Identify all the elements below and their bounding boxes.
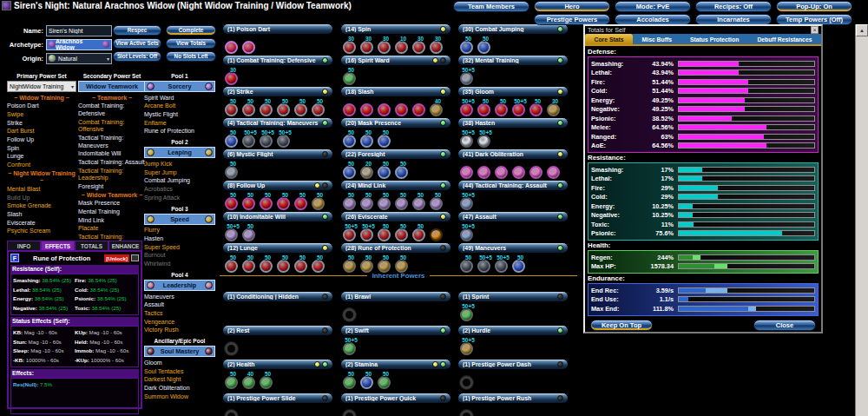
enhancement-slot[interactable]: 50 — [312, 103, 325, 116]
enhancement-slot[interactable]: 50 — [378, 260, 391, 273]
power-list-item[interactable]: Maneuvers — [144, 293, 215, 301]
enhancement-slot[interactable]: 50+5 — [477, 135, 490, 148]
enhancement-slot[interactable]: 50+5 — [460, 197, 473, 210]
power-bar[interactable]: (35) Gloom — [457, 86, 569, 97]
enhancement-slot[interactable] — [460, 376, 473, 389]
power-bar[interactable]: (16) Spirit Ward — [340, 55, 451, 66]
enhancement-slot[interactable]: 30 — [547, 103, 560, 116]
power-bar[interactable]: (47) Assault — [457, 211, 569, 222]
power-list-item[interactable]: Flurry — [144, 227, 215, 235]
pool-select[interactable]: Leaping — [144, 147, 215, 158]
enhancement-slot[interactable]: 50+5 — [343, 342, 356, 355]
power-bar[interactable]: (22) Foresight — [340, 149, 451, 160]
power-list-item[interactable]: Tactics — [144, 309, 215, 318]
power-bar[interactable]: (1) Prestige Power Slide — [222, 393, 333, 404]
enhancement-slot[interactable] — [460, 166, 473, 179]
power-bar[interactable]: (4) Tactical Training: Maneuvers — [222, 117, 333, 129]
enhancement-slot[interactable]: 50 — [260, 260, 273, 273]
enhancement-slot[interactable]: 50+5 — [495, 260, 508, 273]
enhancement-slot[interactable]: 50 — [412, 228, 425, 241]
enhancement-slot[interactable] — [395, 103, 408, 116]
power-bar[interactable]: (12) Lunge — [222, 242, 333, 254]
detach-icon[interactable] — [131, 254, 139, 261]
enhancement-slot[interactable]: 50 — [378, 376, 391, 389]
power-list-item[interactable]: Rune of Protection — [144, 128, 215, 136]
power-list-item[interactable]: Eviscerate — [7, 219, 76, 228]
enhancement-slot[interactable]: 50 — [242, 260, 255, 273]
enhancement-slot[interactable]: 30 — [430, 41, 443, 54]
enhancement-slot[interactable] — [343, 410, 356, 416]
power-bar[interactable]: (1) Brawl — [340, 291, 451, 302]
enhancement-slot[interactable]: 50 — [277, 260, 290, 273]
enhancement-slot[interactable]: 20 — [360, 166, 373, 179]
power-list-item[interactable]: Smoke Grenade — [7, 202, 76, 211]
identity-button[interactable]: View Active Sets — [113, 38, 161, 49]
secondary-powerset-select[interactable]: Widow Teamwork — [78, 81, 146, 92]
enhancement-slot[interactable]: 50 — [395, 166, 408, 179]
power-list-item[interactable]: Indomitable Will — [78, 150, 146, 159]
enhancement-slot[interactable]: 50+5 — [460, 342, 473, 355]
power-bar[interactable]: (2) Stamina — [340, 359, 451, 370]
power-list-item[interactable]: Follow Up — [7, 135, 76, 144]
power-list-item[interactable]: Spring Attack — [144, 194, 215, 202]
enhancement-slot[interactable] — [343, 103, 356, 116]
power-list-item[interactable]: Darkest Night — [144, 376, 215, 385]
power-list-item[interactable]: Psychic Scream — [7, 228, 76, 236]
enhancement-slot[interactable]: 50+5 — [343, 228, 356, 241]
enhancement-slot[interactable]: 50 — [225, 135, 238, 148]
power-bar[interactable]: (6) Mystic Flight — [222, 149, 333, 160]
enhancement-slot[interactable] — [225, 410, 238, 416]
enhancement-slot[interactable]: 50+5 — [512, 103, 525, 116]
power-list-item[interactable]: Arcane Bolt — [144, 102, 215, 111]
power-list-item[interactable]: Mystic Flight — [144, 110, 215, 119]
enhancement-slot[interactable]: 50 — [343, 135, 356, 148]
power-list-item[interactable]: Spirit Ward — [144, 94, 215, 102]
enhancement-slot[interactable]: 50 — [412, 197, 425, 210]
enhancement-slot[interactable] — [378, 103, 391, 116]
power-bar[interactable]: (2) Hurdle — [457, 325, 569, 336]
enhancement-slot[interactable] — [343, 308, 356, 321]
power-list-item[interactable]: Poison Dart — [7, 102, 76, 111]
tab-enhance[interactable]: ENHANCE — [108, 241, 142, 250]
power-bar[interactable]: (24) Mind Link — [340, 180, 451, 191]
enhancement-slot[interactable]: 40 — [430, 103, 443, 116]
enhancement-slot[interactable]: 30 — [412, 41, 425, 54]
pool-select[interactable]: Sorcery — [144, 81, 215, 92]
totals-tab[interactable]: Misc Buffs — [633, 34, 681, 44]
enhancement-slot[interactable]: 50+5 — [477, 260, 490, 273]
power-list-item[interactable]: Summon Widow — [144, 393, 215, 401]
totals-tab[interactable]: Debuff Resistances — [748, 34, 821, 44]
enhancement-slot[interactable]: 50 — [529, 103, 542, 116]
enhancement-slot[interactable]: 30 — [343, 41, 356, 54]
enhancement-slot[interactable]: 50 — [360, 197, 373, 210]
enhancement-slot[interactable]: 50 — [312, 260, 325, 273]
power-list-item[interactable]: Hasten — [144, 234, 215, 243]
enhancement-slot[interactable]: 50+5 — [460, 308, 473, 321]
keep-on-top-button[interactable]: Keep On Top — [590, 320, 653, 331]
enhancement-slot[interactable]: 50 — [260, 376, 273, 389]
totals-tab[interactable]: Status Protection — [681, 34, 748, 44]
enhancement-slot[interactable]: 50 — [343, 260, 356, 273]
pool-select[interactable]: Leadership — [144, 280, 215, 291]
power-bar[interactable]: (2) Health — [222, 359, 333, 370]
enhancement-slot[interactable] — [477, 166, 490, 179]
enhancement-slot[interactable]: 50 — [512, 260, 525, 273]
toolbar-button[interactable]: Hero — [534, 1, 610, 12]
power-list-item[interactable]: Mental Training — [78, 208, 146, 216]
power-bar[interactable]: (1) Conditioning | Hidden — [222, 291, 333, 302]
enhancement-slot[interactable]: 50 — [395, 260, 408, 273]
power-list-item[interactable]: Tactical Training: Leadership — [78, 167, 146, 182]
power-bar[interactable]: (1) Prestige Power Quick — [340, 393, 451, 404]
identity-button[interactable]: Respec — [113, 25, 161, 36]
enhancement-slot[interactable]: 50 — [260, 103, 273, 116]
power-list-item[interactable]: Vengeance — [144, 318, 215, 327]
power-bar[interactable]: (2) Rest — [222, 325, 333, 336]
enhancement-slot[interactable] — [225, 342, 238, 355]
power-bar[interactable]: (38) Hasten — [457, 117, 569, 129]
power-list-item[interactable]: Lunge — [7, 153, 76, 162]
enhancement-slot[interactable]: 50 — [277, 103, 290, 116]
enhancement-slot[interactable] — [412, 103, 425, 116]
enhancement-slot[interactable]: 50+5 — [460, 135, 473, 148]
power-list-item[interactable]: Combat Training: Offensive — [78, 118, 146, 134]
enhancement-slot[interactable]: 10 — [395, 41, 408, 54]
